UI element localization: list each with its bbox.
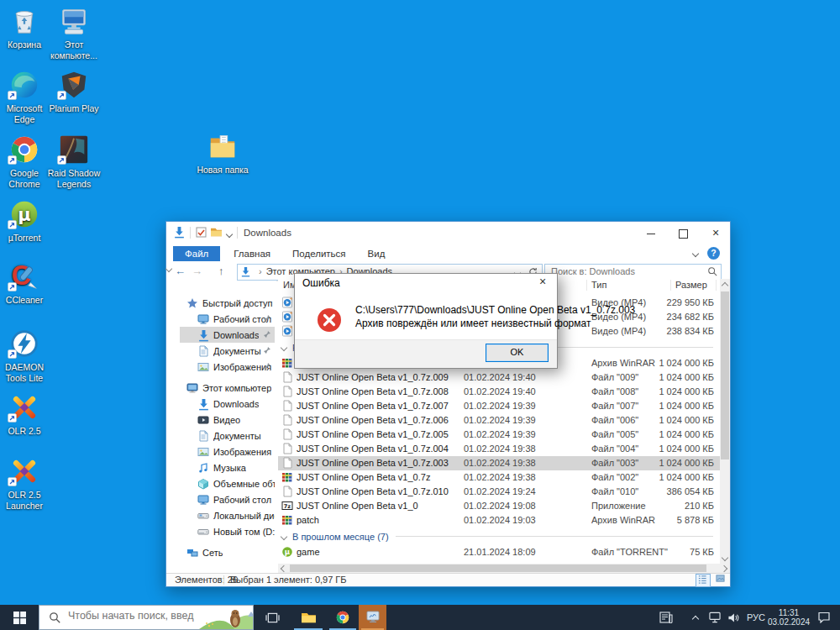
- nav-item-12[interactable]: Рабочий стол: [180, 491, 275, 507]
- vertical-scroll-thumb[interactable]: [721, 291, 729, 459]
- taskbar-search[interactable]: [39, 605, 254, 630]
- search-highlight-groundhog-image[interactable]: [199, 606, 253, 630]
- history-chevron-icon[interactable]: [165, 265, 172, 272]
- horizontal-scrollbar[interactable]: [278, 564, 730, 573]
- file-row[interactable]: JUST Online Open Beta v1_0.7z.00601.02.2…: [278, 413, 720, 428]
- collapse-icon[interactable]: [281, 344, 287, 350]
- file-row[interactable]: JUST Online Open Beta v1_0.7z.01001.02.2…: [278, 485, 720, 499]
- start-button[interactable]: [0, 605, 39, 630]
- taskbar-chrome-button[interactable]: [327, 605, 359, 630]
- scroll-up-icon[interactable]: [722, 282, 728, 289]
- desktop-icon-plarium[interactable]: Plarium Play: [47, 69, 101, 114]
- file-date: 01.02.2024 19:40: [464, 372, 536, 382]
- column-divider[interactable]: [716, 280, 717, 291]
- column-divider[interactable]: [670, 280, 671, 291]
- taskbar-explorer-button[interactable]: [291, 605, 325, 630]
- desktop-icon-raid[interactable]: Raid Shadow Legends: [47, 134, 101, 189]
- desktop-icon-daemon[interactable]: DAEMON Tools Lite: [0, 328, 51, 383]
- quick-access-chevron-icon[interactable]: [226, 231, 233, 238]
- nav-item-9[interactable]: Изображения: [180, 444, 275, 459]
- desktop-icon-this-pc[interactable]: Этот компьюте...: [47, 5, 101, 60]
- vertical-scrollbar[interactable]: [720, 279, 730, 564]
- desktop-icon-olr-launcher[interactable]: OLR 2.5 Launcher: [0, 455, 51, 511]
- file-row[interactable]: µgame21.01.2024 18:09Файл "TORRENT"75 КБ: [278, 545, 720, 559]
- forward-button[interactable]: →: [192, 265, 202, 277]
- nav-item-15[interactable]: Сеть: [180, 544, 275, 560]
- file-row[interactable]: JUST Online Open Beta v1_0.7z01.02.2024 …: [278, 470, 720, 485]
- details-view-button[interactable]: [696, 574, 711, 587]
- column-divider[interactable]: [586, 280, 587, 291]
- explorer-search-input[interactable]: [549, 265, 702, 277]
- nav-item-3[interactable]: Документы: [180, 343, 275, 359]
- help-button[interactable]: ?: [707, 247, 720, 260]
- quick-access-folder-icon[interactable]: [210, 226, 223, 241]
- tray-network-icon[interactable]: [706, 605, 724, 630]
- file-type: Архив WinRAR: [591, 515, 672, 525]
- nav-item-4[interactable]: Изображения: [180, 359, 275, 375]
- collapse-icon[interactable]: [281, 533, 287, 539]
- desktop-icon-utorrent[interactable]: µµTorrent: [0, 198, 51, 244]
- nav-item-14[interactable]: Новый том (D:): [180, 523, 275, 539]
- desktop-icon-new-folder[interactable]: Новая папка: [193, 130, 252, 176]
- tab-file[interactable]: Файл: [173, 246, 220, 261]
- nav-item-label: Видео: [213, 415, 240, 425]
- desktop-icon-ccleaner[interactable]: CCCleaner: [0, 260, 51, 306]
- window-title: Downloads: [244, 228, 291, 238]
- file-row[interactable]: JUST Online Open Beta v1_0.7z.00401.02.2…: [278, 442, 720, 456]
- up-button[interactable]: ↑: [218, 265, 224, 277]
- file-row[interactable]: patch01.02.2024 19:03Архив WinRAR5 878 К…: [278, 513, 720, 528]
- group-label: В прошлом месяце (7): [292, 532, 389, 542]
- group-header[interactable]: В прошлом месяце (7): [281, 528, 713, 545]
- nav-item-0[interactable]: Быстрый доступ: [180, 295, 275, 311]
- tab-1[interactable]: Главная: [225, 246, 279, 261]
- desktop-icon-edge[interactable]: Microsoft Edge: [0, 69, 51, 124]
- dialog-close-button[interactable]: ×: [528, 274, 557, 291]
- task-view-button[interactable]: [255, 605, 290, 630]
- quick-access-properties-icon[interactable]: [196, 226, 207, 241]
- taskbar-search-input[interactable]: [66, 609, 196, 622]
- column-header-size[interactable]: Размер: [675, 280, 707, 290]
- nav-item-1[interactable]: Рабочий стол: [180, 311, 275, 327]
- nav-item-13[interactable]: Локальный диск (C:): [180, 507, 275, 523]
- scroll-left-icon[interactable]: [281, 565, 287, 572]
- scroll-right-icon[interactable]: [721, 565, 727, 572]
- horizontal-scroll-thumb[interactable]: [290, 564, 706, 572]
- explorer-search[interactable]: [544, 264, 722, 281]
- shortcut-arrow-icon: [8, 413, 17, 424]
- tab-3[interactable]: Вид: [360, 246, 394, 261]
- nav-item-2[interactable]: Downloads: [180, 327, 275, 343]
- file-row[interactable]: 7zJUST Online Open Beta v1_001.02.2024 1…: [278, 499, 720, 513]
- file-row[interactable]: JUST Online Open Beta v1_0.7z.00501.02.2…: [278, 428, 720, 442]
- thumbnails-view-button[interactable]: [713, 574, 727, 585]
- tray-clock[interactable]: 11:31 03.02.2024: [769, 605, 808, 630]
- column-header-type[interactable]: Тип: [591, 280, 606, 290]
- minimize-button[interactable]: [637, 222, 665, 244]
- nav-item-5[interactable]: Этот компьютер: [180, 380, 275, 396]
- taskbar-active-app-button[interactable]: [359, 605, 386, 630]
- nav-item-8[interactable]: Документы: [180, 428, 275, 444]
- ok-button[interactable]: OK: [486, 344, 549, 362]
- file-row[interactable]: JUST Online Open Beta v1_0.7z.00701.02.2…: [278, 399, 720, 413]
- desktop-icon-olr[interactable]: OLR 2.5: [0, 391, 51, 437]
- titlebar: Downloads ×: [166, 222, 730, 244]
- desktop-icon-chrome[interactable]: Google Chrome: [0, 134, 51, 189]
- file-row[interactable]: JUST Online Open Beta v1_0.7z.00301.02.2…: [278, 456, 720, 470]
- back-button[interactable]: ←: [175, 265, 186, 277]
- ribbon-collapse-icon[interactable]: [692, 250, 699, 257]
- tray-news-icon[interactable]: [654, 605, 679, 630]
- tab-2[interactable]: Поделиться: [284, 246, 354, 261]
- file-row[interactable]: JUST Online Open Beta v1_0.7z.00901.02.2…: [278, 370, 720, 385]
- close-button[interactable]: ×: [701, 222, 730, 244]
- scroll-down-icon[interactable]: [722, 554, 728, 561]
- tray-hidden-icons-chevron[interactable]: [687, 605, 704, 630]
- tray-volume-icon[interactable]: [724, 605, 743, 630]
- desktop-icon-recycle-bin[interactable]: Корзина: [0, 5, 51, 50]
- tray-language-indicator[interactable]: РУС: [744, 605, 768, 630]
- nav-item-10[interactable]: Музыка: [180, 459, 275, 475]
- maximize-button[interactable]: [669, 222, 698, 244]
- nav-item-7[interactable]: Видео: [180, 412, 275, 428]
- file-row[interactable]: JUST Online Open Beta v1_0.7z.00801.02.2…: [278, 385, 720, 399]
- nav-item-6[interactable]: Downloads: [180, 396, 275, 412]
- nav-item-11[interactable]: Объемные объекты: [180, 475, 275, 491]
- tray-action-center-icon[interactable]: [811, 605, 837, 630]
